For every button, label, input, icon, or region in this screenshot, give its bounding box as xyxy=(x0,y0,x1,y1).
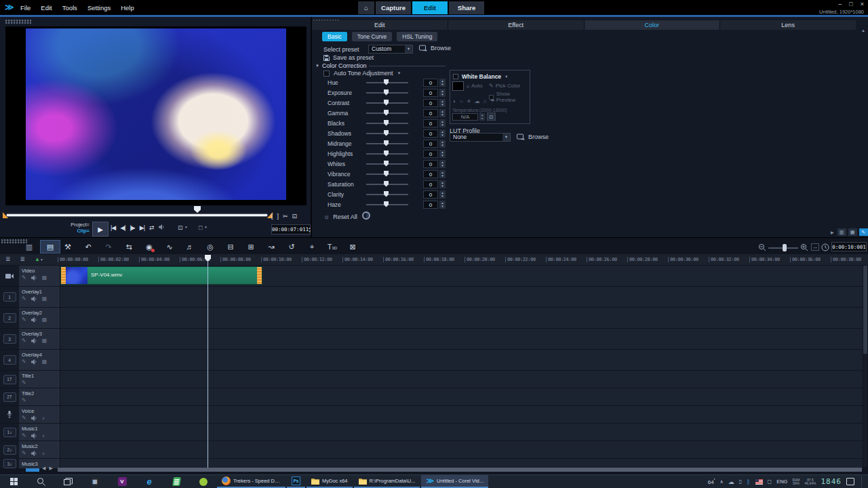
subtitle-editor-icon[interactable]: ⊟ xyxy=(220,241,241,254)
trim-icon[interactable]: ⇆ xyxy=(119,241,139,254)
track-header-overlay4[interactable]: Overlay4 ✎▦ xyxy=(19,350,60,370)
slider-contrast[interactable] xyxy=(366,102,408,104)
slider-spinner[interactable]: ▲▼ xyxy=(439,180,446,188)
edit-pencil-icon[interactable]: ✎ xyxy=(22,317,26,323)
subtab-tone-curve[interactable]: Tone Curve xyxy=(352,32,392,41)
header-scrollbar-thumb[interactable] xyxy=(26,468,39,472)
tab-edit[interactable]: Edit xyxy=(312,20,448,30)
track-type-icon[interactable]: 1 xyxy=(0,287,19,307)
close-button[interactable]: × xyxy=(861,1,864,7)
preview-window-options-button[interactable]: ⊡ ▼ xyxy=(178,224,188,231)
menu-settings[interactable]: Settings xyxy=(87,4,111,12)
slider-value[interactable]: 0 xyxy=(423,170,438,178)
slider-thumb[interactable] xyxy=(384,161,389,167)
slider-thumb[interactable] xyxy=(384,171,389,177)
minimize-button[interactable]: – xyxy=(838,1,842,7)
videostudio-window-button[interactable]: ≫Untitled - Corel Vid... xyxy=(421,475,488,488)
split-clip-button[interactable]: ✂ xyxy=(283,213,288,220)
browse-lut-button[interactable]: Browse xyxy=(517,134,549,140)
slider-spinner[interactable]: ▲▼ xyxy=(439,160,446,168)
track-type-icon[interactable]: 3♪ xyxy=(0,459,19,468)
slider-thumb[interactable] xyxy=(384,140,389,146)
us-flag-icon[interactable] xyxy=(755,479,763,485)
3d-title-icon[interactable]: T3D xyxy=(322,241,342,254)
utorrent-icon[interactable] xyxy=(190,475,217,488)
repeat-button[interactable]: ⇄ xyxy=(149,224,154,231)
selection-options-button[interactable]: □ ▼ xyxy=(199,224,208,231)
pinned-notes-app-icon[interactable] xyxy=(163,475,190,488)
white-balance-auto-button[interactable]: ▵ Auto xyxy=(467,83,482,89)
track-header-overlay2[interactable]: Overlay2 ✎▦ xyxy=(19,308,60,328)
slider-value[interactable]: 0 xyxy=(423,119,438,127)
transparency-grid-icon[interactable]: ▦ xyxy=(42,296,47,302)
track-header-overlay1[interactable]: Overlay1 ✎▦ xyxy=(19,287,60,307)
task-view-button[interactable] xyxy=(54,475,81,488)
slider-thumb[interactable] xyxy=(384,150,389,157)
slider-haze[interactable] xyxy=(366,204,408,205)
prev-frame-button[interactable]: ◀| xyxy=(120,224,125,231)
mode-tab-capture[interactable]: Capture xyxy=(376,1,411,14)
grid-view-button[interactable]: ▦ xyxy=(848,228,857,236)
slider-thumb[interactable] xyxy=(384,100,389,106)
menu-edit[interactable]: Edit xyxy=(41,4,52,12)
edit-pencil-icon[interactable]: ✎ xyxy=(22,296,26,302)
slider-thumb[interactable] xyxy=(384,201,389,207)
slider-thumb[interactable] xyxy=(384,110,389,116)
speaker-icon[interactable] xyxy=(31,415,37,421)
white-balance-swatch[interactable] xyxy=(452,81,464,91)
slider-thumb[interactable] xyxy=(384,130,389,136)
daylight-icon[interactable]: ☀ xyxy=(467,98,471,104)
explorer-window-button-1[interactable]: MyDoc x64 xyxy=(307,475,353,488)
chevron-down-icon[interactable]: ▼ xyxy=(397,71,401,75)
slider-thumb[interactable] xyxy=(384,191,389,197)
enlarge-button[interactable]: ⊡ xyxy=(292,213,298,220)
preview-timecode[interactable]: 00:00:07:011 ▴▾ xyxy=(271,224,311,235)
slider-spinner[interactable]: ▲▼ xyxy=(439,150,446,158)
slider-value[interactable]: 0 xyxy=(423,109,438,117)
show-desktop-button[interactable] xyxy=(861,476,864,487)
cloudy-icon[interactable]: ☁ xyxy=(475,98,480,104)
zoom-in-icon[interactable] xyxy=(800,243,808,251)
edit-pencil-icon[interactable]: ✎ xyxy=(22,380,26,386)
speaker-icon[interactable] xyxy=(31,275,37,281)
slider-blacks[interactable] xyxy=(366,123,408,124)
mark-out-button[interactable]: ] xyxy=(277,213,279,220)
save-as-preset-button[interactable]: Save as preset xyxy=(323,54,374,61)
trim-handle-left[interactable] xyxy=(3,212,8,218)
tray-chevron-icon[interactable]: ∧ xyxy=(720,479,724,485)
fluorescent-icon[interactable]: ○ xyxy=(460,98,463,104)
edit-pencil-icon[interactable]: ✎ xyxy=(22,451,26,456)
slider-value[interactable]: 0 xyxy=(423,99,438,107)
edit-mode-button[interactable]: ✎ xyxy=(859,228,868,236)
mode-tab-edit[interactable]: Edit xyxy=(412,1,448,14)
next-frame-button[interactable]: |▶ xyxy=(130,224,135,231)
track-type-icon[interactable]: 2♪ xyxy=(0,441,19,458)
slider-value[interactable]: 0 xyxy=(423,201,438,209)
slider-value[interactable]: 0 xyxy=(423,89,438,97)
slider-spinner[interactable]: ▲▼ xyxy=(439,140,446,148)
search-button[interactable] xyxy=(27,475,54,488)
home-button[interactable]: ⌂ xyxy=(358,1,374,14)
track-header-video[interactable]: Video ✎▦ xyxy=(19,266,60,286)
speaker-icon[interactable] xyxy=(31,317,37,323)
onedrive-cloud-icon[interactable]: ☁ xyxy=(728,479,734,485)
pick-color-button[interactable]: ✎ Pick Color xyxy=(489,83,520,89)
timeline-ruler[interactable]: ≣ ≣ ▲▼ 00:00:00:0000:00:02:0000:00:04:00… xyxy=(0,254,868,265)
auto-tone-checkbox[interactable] xyxy=(323,70,330,77)
temperature-spinner[interactable]: ▴▾ xyxy=(479,113,485,121)
slider-spinner[interactable]: ▲▼ xyxy=(439,109,446,117)
mask-creator-icon[interactable]: ⌖ xyxy=(302,241,322,254)
clip-trim-handle-left[interactable] xyxy=(61,267,66,284)
bluetooth-icon[interactable]: ᛒ xyxy=(747,479,750,485)
slider-thumb[interactable] xyxy=(384,79,389,85)
play-button[interactable]: ▶ xyxy=(92,222,108,237)
horizontal-scrollbar[interactable] xyxy=(58,468,862,472)
transparency-grid-icon[interactable]: ▦ xyxy=(42,359,47,365)
tungsten-icon[interactable]: ◐ xyxy=(453,98,456,104)
volume-button[interactable] xyxy=(159,224,165,231)
sound-mixer-icon[interactable]: ∿ xyxy=(159,241,180,254)
slider-value[interactable]: 0 xyxy=(423,190,438,199)
slider-exposure[interactable] xyxy=(366,92,408,94)
track-type-icon[interactable] xyxy=(0,266,19,286)
slider-clarity[interactable] xyxy=(366,194,408,195)
